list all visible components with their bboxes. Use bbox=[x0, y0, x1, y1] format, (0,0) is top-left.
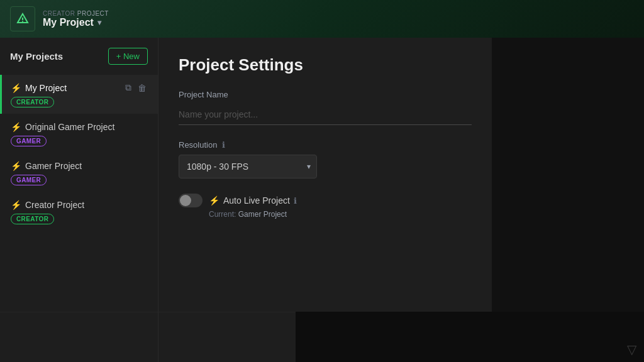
topbar-info: CREATOR PROJECT My Project ▾ bbox=[43, 10, 109, 28]
resolution-section: Resolution ℹ 1080p - 30 FPS 1080p - 60 F… bbox=[179, 140, 472, 178]
settings-panel: Project Settings Project Name Resolution… bbox=[158, 38, 492, 312]
bolt-icon: ⚡ bbox=[11, 200, 21, 210]
sidebar: My Projects + New ⚡ My Project ⧉ 🗑 CREAT… bbox=[0, 38, 158, 312]
resolution-select-wrapper: 1080p - 30 FPS 1080p - 60 FPS 720p - 30 … bbox=[179, 155, 317, 178]
bottom-section: ▽ bbox=[0, 312, 644, 362]
project-list: ⚡ My Project ⧉ 🗑 CREATOR ⚡ Original Game… bbox=[0, 72, 158, 233]
project-badge-creator: CREATOR bbox=[11, 214, 54, 224]
sidebar-title: My Projects bbox=[10, 51, 63, 62]
auto-live-info-icon[interactable]: ℹ bbox=[294, 196, 297, 206]
bolt-icon: ⚡ bbox=[11, 83, 21, 93]
project-item-gamer[interactable]: ⚡ Gamer Project ⧉ 🗑 GAMER bbox=[0, 153, 158, 192]
project-badge-creator: CREATOR bbox=[11, 97, 54, 107]
page-title: Project Settings bbox=[179, 55, 472, 75]
svg-point-2 bbox=[22, 21, 23, 22]
sidebar-header: My Projects + New bbox=[0, 38, 158, 72]
project-item-name: Creator Project bbox=[25, 200, 84, 210]
project-item-my-project[interactable]: ⚡ My Project ⧉ 🗑 CREATOR bbox=[0, 75, 158, 114]
project-item-name: Gamer Project bbox=[25, 161, 82, 171]
toggle-thumb bbox=[180, 195, 191, 206]
bottom-right: ▽ bbox=[296, 312, 644, 362]
copy-project-button[interactable]: ⧉ bbox=[124, 81, 133, 94]
current-label: Current: bbox=[209, 210, 236, 219]
project-name-label: Project Name bbox=[179, 90, 472, 99]
auto-live-toggle[interactable] bbox=[179, 194, 203, 207]
lightning-icon: ⚡ bbox=[209, 195, 219, 206]
logo-icon bbox=[15, 11, 30, 26]
bottom-sidebar bbox=[0, 312, 158, 362]
project-item-creator[interactable]: ⚡ Creator Project ⧉ 🗑 CREATOR bbox=[0, 192, 158, 231]
bottom-mid bbox=[158, 312, 296, 362]
auto-live-section: ⚡ Auto Live Project ℹ Current: Gamer Pro… bbox=[179, 194, 472, 219]
current-project-row: Current: Gamer Project bbox=[179, 210, 472, 219]
bolt-icon: ⚡ bbox=[11, 161, 21, 171]
topbar-project-name-text: My Project bbox=[43, 17, 94, 28]
topbar: CREATOR PROJECT My Project ▾ bbox=[0, 0, 644, 38]
topbar-project-selector[interactable]: My Project ▾ bbox=[43, 17, 109, 28]
project-badge-gamer: GAMER bbox=[11, 175, 47, 185]
new-project-button[interactable]: + New bbox=[108, 48, 148, 65]
bottom-logo-icon: ▽ bbox=[627, 342, 636, 357]
dark-overlay-right bbox=[492, 38, 644, 312]
project-name-section: Project Name bbox=[179, 90, 472, 125]
current-project-value: Gamer Project bbox=[238, 210, 287, 219]
bolt-icon: ⚡ bbox=[11, 122, 21, 132]
resolution-info-icon[interactable]: ℹ bbox=[222, 140, 225, 150]
main-layout: My Projects + New ⚡ My Project ⧉ 🗑 CREAT… bbox=[0, 38, 644, 312]
delete-project-button[interactable]: 🗑 bbox=[136, 82, 148, 94]
project-badge-gamer: GAMER bbox=[11, 136, 47, 146]
auto-live-label: Auto Live Project bbox=[223, 195, 290, 206]
app-logo[interactable] bbox=[10, 6, 35, 31]
project-item-name: My Project bbox=[25, 83, 67, 93]
project-name-input[interactable] bbox=[179, 104, 472, 125]
content-area: Project Settings Project Name Resolution… bbox=[158, 38, 644, 312]
resolution-select[interactable]: 1080p - 30 FPS 1080p - 60 FPS 720p - 30 … bbox=[179, 155, 317, 178]
project-item-original-gamer[interactable]: ⚡ Original Gamer Project ⧉ 🗑 GAMER bbox=[0, 114, 158, 153]
project-item-name: Original Gamer Project bbox=[25, 122, 114, 132]
chevron-down-icon: ▾ bbox=[97, 18, 101, 27]
topbar-section-label: CREATOR PROJECT bbox=[43, 10, 109, 17]
resolution-label: Resolution bbox=[179, 140, 217, 150]
